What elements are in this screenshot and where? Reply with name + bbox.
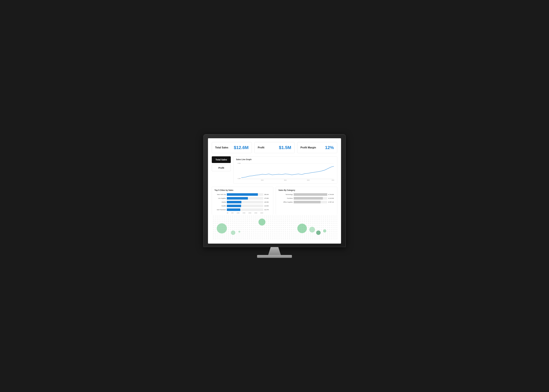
city-bar-fill xyxy=(227,205,241,207)
top-cities-title: Top 5 Cities by Sales xyxy=(214,189,271,191)
category-bar-fill xyxy=(294,201,321,203)
kpi-profit-margin-label: Profit Margin xyxy=(301,146,316,149)
x-axis-label: 150K xyxy=(242,212,246,214)
monitor-neck xyxy=(268,247,281,255)
kpi-profit-margin-card: Profit Margin 12% xyxy=(297,142,337,153)
kpi-total-sales-label: Total Sales xyxy=(215,146,228,149)
sales-category-title: Sales By Category xyxy=(278,189,335,191)
city-bar-fill xyxy=(227,197,248,200)
bottom-section: Top 5 Cities by Sales New York City 256.… xyxy=(212,187,337,216)
city-bar-fill xyxy=(227,201,241,203)
x-axis-label: 200K xyxy=(248,212,251,214)
kpi-total-sales-value: $12.6M xyxy=(234,145,248,150)
x-axis-label: 50K xyxy=(232,212,234,214)
list-item: Seattle 119.5K xyxy=(214,205,271,207)
city-bar-value: 175.9K xyxy=(264,197,271,199)
monitor-wrapper: Total Sales $12.6M Profit $1.5M Profit M… xyxy=(203,134,346,258)
line-chart-container: Sales Line Graph 0.5M 0.0M 2013 2014 201… xyxy=(233,156,337,183)
category-bar-value: 4,110.9K xyxy=(328,197,335,199)
list-item: Los Angeles 175.9K xyxy=(214,197,271,200)
kpi-total-sales-card: Total Sales $12.6M xyxy=(212,142,252,153)
category-bars: Technology 4,744.6K Furniture 4,110.9K O… xyxy=(278,193,335,203)
monitor-bezel: Total Sales $12.6M Profit $1.5M Profit M… xyxy=(203,134,346,247)
city-bar-value: 256.4K xyxy=(264,194,271,195)
svg-text:0.5M: 0.5M xyxy=(238,163,241,164)
category-bar-fill xyxy=(294,193,327,196)
svg-text:2015: 2015 xyxy=(307,180,310,181)
city-bar-track xyxy=(227,201,263,203)
cities-x-axis: 0K50K100K150K200K250K300K xyxy=(214,212,271,214)
city-bar-track xyxy=(227,193,263,196)
city-bar-fill xyxy=(227,193,258,196)
list-item: New York City 256.4K xyxy=(214,193,271,196)
svg-text:2016: 2016 xyxy=(332,180,334,181)
toggle-profit-button[interactable]: Profit xyxy=(212,165,231,171)
city-bar-track xyxy=(227,197,263,200)
x-axis-label: 300K xyxy=(260,212,263,214)
city-label: San Francisco xyxy=(214,209,226,210)
bubble-section xyxy=(212,214,337,240)
city-bar-value: 112.7K xyxy=(264,209,271,210)
category-label: Technology xyxy=(278,194,293,195)
kpi-profit-card: Profit $1.5M xyxy=(254,142,295,153)
svg-text:0.0M: 0.0M xyxy=(238,178,241,179)
kpi-profit-label: Profit xyxy=(258,146,264,149)
top-cities-bars: New York City 256.4K Los Angeles 175.9K … xyxy=(214,193,271,211)
city-bar-fill xyxy=(227,209,240,211)
list-item: San Francisco 112.7K xyxy=(214,209,271,211)
category-bar-fill xyxy=(294,197,323,200)
city-label: Manila xyxy=(214,201,226,203)
toggle-total-sales-button[interactable]: Total Sales xyxy=(212,156,231,163)
category-label: Furniture xyxy=(278,197,293,199)
top-cities-chart: Top 5 Cities by Sales New York City 256.… xyxy=(212,187,273,216)
category-bar-track xyxy=(294,197,327,200)
middle-section: Total Sales Profit Sales Line Graph 0.5M… xyxy=(212,156,337,183)
sales-category-chart: Sales By Category Technology 4,744.6K Fu… xyxy=(276,187,337,216)
monitor-base xyxy=(257,255,292,258)
list-item: Technology 4,744.6K xyxy=(278,193,335,196)
x-axis-label: 0K xyxy=(227,212,228,214)
list-item: Manila 120.9K xyxy=(214,201,271,203)
svg-text:2013: 2013 xyxy=(261,180,264,181)
svg-text:2014: 2014 xyxy=(284,180,287,181)
kpi-profit-value: $1.5M xyxy=(279,145,291,150)
x-axis-label: 100K xyxy=(237,212,240,214)
list-item: Furniture 4,110.9K xyxy=(278,197,335,200)
line-chart-svg: 0.5M 0.0M 2013 2014 2015 2016 xyxy=(236,162,335,181)
list-item: Office Supplies 3,787.1K xyxy=(278,201,335,203)
category-bar-value: 4,744.6K xyxy=(328,194,335,195)
x-axis-label: 250K xyxy=(254,212,257,214)
toggle-buttons: Total Sales Profit xyxy=(212,156,231,171)
city-label: Seattle xyxy=(214,205,226,207)
screen: Total Sales $12.6M Profit $1.5M Profit M… xyxy=(208,138,341,244)
kpi-profit-margin-value: 12% xyxy=(325,145,334,150)
category-bar-track xyxy=(294,201,327,203)
category-bar-track xyxy=(294,193,327,196)
category-bar-value: 3,787.1K xyxy=(328,201,335,203)
city-bar-value: 119.5K xyxy=(264,205,271,207)
category-label: Office Supplies xyxy=(278,201,293,203)
city-bar-value: 120.9K xyxy=(264,201,271,203)
city-bar-track xyxy=(227,205,263,207)
city-bar-track xyxy=(227,209,263,211)
kpi-row: Total Sales $12.6M Profit $1.5M Profit M… xyxy=(212,142,337,153)
line-chart-title: Sales Line Graph xyxy=(236,158,335,161)
city-label: Los Angeles xyxy=(214,197,226,199)
city-label: New York City xyxy=(214,194,226,195)
